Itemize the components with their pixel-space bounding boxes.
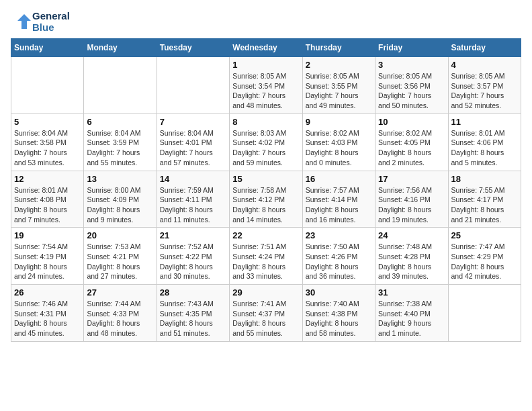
logo-general: General: [32, 11, 70, 22]
svg-marker-0: [17, 14, 31, 29]
day-number: 5: [14, 117, 81, 127]
day-info: Sunrise: 8:05 AM Sunset: 3:56 PM Dayligh…: [378, 71, 445, 111]
calendar-day-cell: 4Sunrise: 8:05 AM Sunset: 3:57 PM Daylig…: [448, 57, 521, 114]
day-info: Sunrise: 8:02 AM Sunset: 4:03 PM Dayligh…: [306, 128, 372, 168]
day-number: 28: [160, 287, 226, 298]
day-number: 24: [378, 230, 445, 240]
day-number: 27: [87, 287, 153, 298]
calendar-day-cell: 6Sunrise: 8:04 AM Sunset: 3:59 PM Daylig…: [84, 113, 157, 171]
calendar-day-cell: 9Sunrise: 8:02 AM Sunset: 4:03 PM Daylig…: [302, 113, 375, 171]
logo-text: General Blue: [32, 11, 70, 33]
calendar-day-cell: 29Sunrise: 7:41 AM Sunset: 4:37 PM Dayli…: [230, 285, 302, 342]
logo: General Blue: [11, 11, 70, 33]
day-number: 9: [306, 117, 372, 127]
day-info: Sunrise: 7:54 AM Sunset: 4:19 PM Dayligh…: [14, 242, 81, 281]
day-number: 21: [160, 230, 226, 240]
day-number: 14: [160, 174, 226, 184]
calendar-day-cell: 22Sunrise: 7:51 AM Sunset: 4:24 PM Dayli…: [230, 228, 302, 285]
day-number: 25: [451, 230, 518, 240]
day-info: Sunrise: 7:55 AM Sunset: 4:17 PM Dayligh…: [451, 185, 518, 225]
day-info: Sunrise: 8:05 AM Sunset: 3:55 PM Dayligh…: [306, 71, 372, 111]
day-number: 3: [378, 60, 445, 70]
day-info: Sunrise: 8:05 AM Sunset: 3:54 PM Dayligh…: [232, 71, 299, 111]
calendar-day-cell: 18Sunrise: 7:55 AM Sunset: 4:17 PM Dayli…: [448, 171, 521, 228]
weekday-header: Sunday: [11, 39, 84, 57]
calendar-week-row: 5Sunrise: 8:04 AM Sunset: 3:58 PM Daylig…: [11, 113, 521, 171]
weekday-header: Thursday: [302, 39, 375, 57]
day-number: 30: [306, 287, 372, 298]
day-info: Sunrise: 7:40 AM Sunset: 4:38 PM Dayligh…: [306, 299, 372, 338]
day-info: Sunrise: 8:02 AM Sunset: 4:05 PM Dayligh…: [378, 128, 445, 168]
day-info: Sunrise: 7:50 AM Sunset: 4:26 PM Dayligh…: [306, 242, 372, 281]
calendar-day-cell: 7Sunrise: 8:04 AM Sunset: 4:01 PM Daylig…: [157, 113, 229, 171]
calendar-day-cell: 27Sunrise: 7:44 AM Sunset: 4:33 PM Dayli…: [84, 285, 157, 342]
logo-bird-icon: [11, 11, 32, 33]
calendar-day-cell: 30Sunrise: 7:40 AM Sunset: 4:38 PM Dayli…: [302, 285, 375, 342]
calendar-day-cell: 13Sunrise: 8:00 AM Sunset: 4:09 PM Dayli…: [84, 171, 157, 228]
calendar-day-cell: 15Sunrise: 7:58 AM Sunset: 4:12 PM Dayli…: [230, 171, 302, 228]
calendar-week-row: 1Sunrise: 8:05 AM Sunset: 3:54 PM Daylig…: [11, 57, 521, 114]
day-number: 29: [232, 287, 299, 298]
day-number: 1: [232, 60, 299, 70]
day-number: 31: [378, 287, 445, 298]
calendar-day-cell: 28Sunrise: 7:43 AM Sunset: 4:35 PM Dayli…: [157, 285, 229, 342]
weekday-header: Monday: [84, 39, 157, 57]
day-info: Sunrise: 7:43 AM Sunset: 4:35 PM Dayligh…: [160, 299, 226, 338]
calendar-day-cell: 2Sunrise: 8:05 AM Sunset: 3:55 PM Daylig…: [302, 57, 375, 114]
calendar-day-cell: 17Sunrise: 7:56 AM Sunset: 4:16 PM Dayli…: [375, 171, 448, 228]
calendar-week-row: 12Sunrise: 8:01 AM Sunset: 4:08 PM Dayli…: [11, 171, 521, 228]
day-info: Sunrise: 7:58 AM Sunset: 4:12 PM Dayligh…: [232, 185, 299, 225]
day-number: 26: [14, 287, 81, 298]
day-info: Sunrise: 7:41 AM Sunset: 4:37 PM Dayligh…: [232, 299, 299, 338]
weekday-header: Tuesday: [157, 39, 229, 57]
page-header: General Blue: [11, 11, 521, 33]
day-info: Sunrise: 7:56 AM Sunset: 4:16 PM Dayligh…: [378, 185, 445, 225]
calendar-week-row: 19Sunrise: 7:54 AM Sunset: 4:19 PM Dayli…: [11, 228, 521, 285]
calendar-day-cell: 10Sunrise: 8:02 AM Sunset: 4:05 PM Dayli…: [375, 113, 448, 171]
day-number: 6: [87, 117, 153, 127]
day-number: 13: [87, 174, 153, 184]
weekday-header: Saturday: [448, 39, 521, 57]
day-number: 12: [14, 174, 81, 184]
calendar-day-cell: 24Sunrise: 7:48 AM Sunset: 4:28 PM Dayli…: [375, 228, 448, 285]
day-info: Sunrise: 7:59 AM Sunset: 4:11 PM Dayligh…: [160, 185, 226, 225]
weekday-header-row: SundayMondayTuesdayWednesdayThursdayFrid…: [11, 39, 521, 57]
day-info: Sunrise: 7:53 AM Sunset: 4:21 PM Dayligh…: [87, 242, 153, 281]
day-number: 11: [451, 117, 518, 127]
day-number: 7: [160, 117, 226, 127]
day-info: Sunrise: 7:51 AM Sunset: 4:24 PM Dayligh…: [232, 242, 299, 281]
day-info: Sunrise: 7:38 AM Sunset: 4:40 PM Dayligh…: [378, 299, 445, 338]
calendar-day-cell: 8Sunrise: 8:03 AM Sunset: 4:02 PM Daylig…: [230, 113, 302, 171]
calendar-table: SundayMondayTuesdayWednesdayThursdayFrid…: [11, 38, 521, 342]
day-number: 17: [378, 174, 445, 184]
day-info: Sunrise: 8:04 AM Sunset: 3:58 PM Dayligh…: [14, 128, 81, 168]
day-info: Sunrise: 7:44 AM Sunset: 4:33 PM Dayligh…: [87, 299, 153, 338]
day-number: 19: [14, 230, 81, 240]
day-info: Sunrise: 8:05 AM Sunset: 3:57 PM Dayligh…: [451, 71, 518, 111]
day-number: 15: [232, 174, 299, 184]
day-info: Sunrise: 7:48 AM Sunset: 4:28 PM Dayligh…: [378, 242, 445, 281]
day-info: Sunrise: 7:47 AM Sunset: 4:29 PM Dayligh…: [451, 242, 518, 281]
day-info: Sunrise: 8:04 AM Sunset: 4:01 PM Dayligh…: [160, 128, 226, 168]
calendar-day-cell: 3Sunrise: 8:05 AM Sunset: 3:56 PM Daylig…: [375, 57, 448, 114]
calendar-day-cell: 19Sunrise: 7:54 AM Sunset: 4:19 PM Dayli…: [11, 228, 84, 285]
calendar-day-cell: 31Sunrise: 7:38 AM Sunset: 4:40 PM Dayli…: [375, 285, 448, 342]
calendar-day-cell: 11Sunrise: 8:01 AM Sunset: 4:06 PM Dayli…: [448, 113, 521, 171]
calendar-day-cell: 20Sunrise: 7:53 AM Sunset: 4:21 PM Dayli…: [84, 228, 157, 285]
day-info: Sunrise: 8:01 AM Sunset: 4:08 PM Dayligh…: [14, 185, 81, 225]
calendar-day-cell: 26Sunrise: 7:46 AM Sunset: 4:31 PM Dayli…: [11, 285, 84, 342]
calendar-day-cell: 14Sunrise: 7:59 AM Sunset: 4:11 PM Dayli…: [157, 171, 229, 228]
day-number: 10: [378, 117, 445, 127]
calendar-day-cell: [448, 285, 521, 342]
day-number: 4: [451, 60, 518, 70]
day-number: 18: [451, 174, 518, 184]
day-info: Sunrise: 8:01 AM Sunset: 4:06 PM Dayligh…: [451, 128, 518, 168]
logo-blue: Blue: [32, 22, 70, 34]
day-info: Sunrise: 7:57 AM Sunset: 4:14 PM Dayligh…: [306, 185, 372, 225]
day-info: Sunrise: 8:04 AM Sunset: 3:59 PM Dayligh…: [87, 128, 153, 168]
calendar-day-cell: 12Sunrise: 8:01 AM Sunset: 4:08 PM Dayli…: [11, 171, 84, 228]
calendar-day-cell: 16Sunrise: 7:57 AM Sunset: 4:14 PM Dayli…: [302, 171, 375, 228]
calendar-day-cell: 5Sunrise: 8:04 AM Sunset: 3:58 PM Daylig…: [11, 113, 84, 171]
day-number: 2: [306, 60, 372, 70]
day-info: Sunrise: 7:46 AM Sunset: 4:31 PM Dayligh…: [14, 299, 81, 338]
